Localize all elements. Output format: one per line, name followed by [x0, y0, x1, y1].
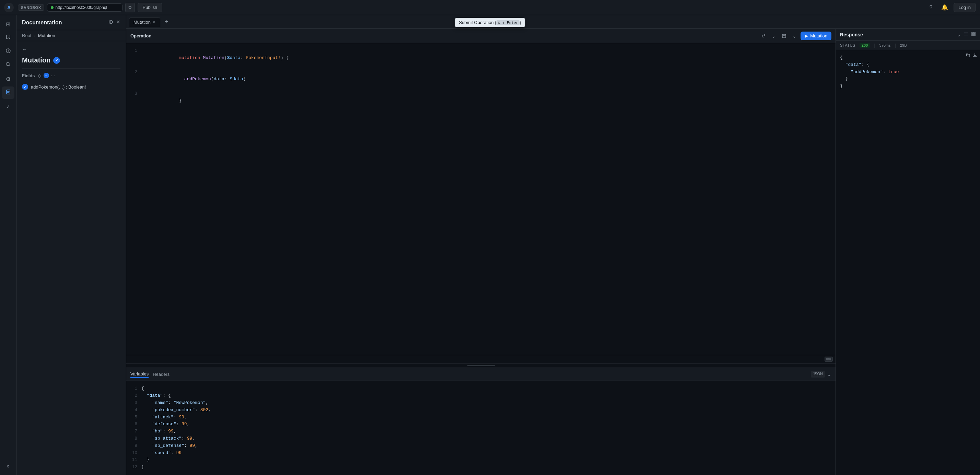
chevron-left-icon: »	[6, 463, 10, 469]
response-action-buttons	[966, 53, 977, 59]
settings-gear-button[interactable]: ⚙	[125, 3, 135, 12]
main-layout: ⊞ ⚙	[0, 15, 980, 475]
variables-pane: Variables Headers JSON ⌄ 1 { 2	[126, 368, 835, 475]
save-chevron-button[interactable]: ⌄	[790, 32, 799, 40]
app-logo: A	[4, 3, 14, 12]
resp-line-2: "data": {	[840, 61, 976, 69]
line-content-2: addPokemon(data: $data)	[142, 69, 830, 90]
status-code: 200	[859, 43, 870, 48]
operation-pane: Operation ⌄	[126, 29, 836, 475]
variables-tab[interactable]: Variables	[130, 371, 149, 378]
operation-pane-header: Operation ⌄	[126, 29, 835, 43]
resp-line-4: }	[840, 75, 976, 83]
response-grid-view-button[interactable]	[971, 32, 976, 37]
field-text[interactable]: addPokemon(…) : Boolean!	[31, 84, 86, 89]
var-line-8: 8 "sp_attack": 99,	[132, 435, 830, 442]
publish-button[interactable]: Publish	[138, 3, 163, 12]
breadcrumb-root[interactable]: Root	[22, 33, 31, 38]
run-label: Mutation	[810, 33, 827, 38]
sidebar-grid-button[interactable]: ⊞	[2, 18, 14, 30]
breadcrumb-separator: ›	[34, 33, 35, 37]
response-title: Response	[840, 32, 863, 37]
line-content-3: }	[142, 90, 830, 112]
variables-code-editor[interactable]: 1 { 2 "data": { 3 "name": "NewPokemon",	[126, 381, 835, 475]
sidebar-bookmark-button[interactable]	[2, 32, 14, 44]
sidebar-doc-button[interactable]	[2, 86, 14, 99]
breadcrumb-current: Mutation	[38, 33, 55, 38]
scroll-thumb[interactable]	[467, 365, 495, 366]
response-copy-button[interactable]	[966, 53, 970, 59]
doc-divider	[22, 68, 121, 69]
svg-rect-2	[6, 90, 10, 94]
mutation-verified-badge: ✓	[53, 57, 60, 64]
chevron-down-icon-button[interactable]: ⌄	[770, 32, 778, 40]
field-check-badge: ✓	[22, 84, 28, 90]
share-icon-button[interactable]	[759, 32, 768, 40]
headers-tab[interactable]: Headers	[153, 371, 170, 378]
operation-code-editor[interactable]: 1 mutation Mutation($data: PokemonInput!…	[126, 43, 835, 355]
doc-mutation-title: Mutation ✓	[22, 56, 121, 64]
fields-diamond-icon[interactable]: ◇	[38, 73, 41, 78]
sandbox-badge: SANDBOX	[18, 5, 44, 11]
response-chevron-down-button[interactable]: ⌄	[957, 32, 961, 37]
svg-rect-6	[974, 32, 975, 33]
variables-actions: JSON ⌄	[811, 371, 831, 378]
code-line-2: 2 addPokemon(data: $data)	[132, 69, 830, 90]
sidebar-history-button[interactable]	[2, 45, 14, 57]
keyboard-hint: ⌨	[126, 355, 835, 363]
search-icon	[5, 62, 11, 69]
collapse-variables-button[interactable]: ⌄	[827, 371, 831, 378]
response-code: { "data": { "addPokemon": true }	[840, 54, 976, 90]
var-line-6: 6 "defense": 99,	[132, 421, 830, 428]
fields-check-icon[interactable]: ✓	[44, 73, 49, 78]
sidebar-settings-button[interactable]: ⚙	[2, 73, 14, 85]
tab-mutation[interactable]: Mutation ✕	[129, 17, 160, 27]
fields-header: Fields ◇ ✓ ···	[22, 73, 121, 78]
icon-sidebar: ⊞ ⚙	[0, 15, 16, 475]
login-button[interactable]: Log in	[954, 3, 976, 12]
var-line-7: 7 "hp": 99,	[132, 428, 830, 435]
scroll-indicator	[126, 363, 835, 368]
fields-title: Fields	[22, 73, 35, 78]
editor-area: Mutation ✕ + Operation ⌄	[126, 15, 980, 475]
help-icon-button[interactable]: ?	[926, 3, 936, 12]
doc-back-button[interactable]: ←	[22, 47, 27, 52]
doc-icon	[5, 89, 11, 96]
svg-rect-8	[974, 34, 975, 36]
response-panel: Response ⌄	[836, 29, 980, 475]
doc-panel-close-icon[interactable]: ✕	[116, 19, 121, 26]
url-bar[interactable]: http://localhost:3000/graphql	[47, 3, 123, 12]
keyboard-icon: ⌨	[824, 357, 833, 362]
line-num-1: 1	[132, 47, 137, 69]
var-line-4: 4 "pokedex_number": 802,	[132, 407, 830, 414]
var-line-3: 3 "name": "NewPokemon",	[132, 400, 830, 407]
tab-add-button[interactable]: +	[162, 17, 171, 27]
run-mutation-button[interactable]: ▶ Mutation	[800, 32, 831, 40]
editor-content: Operation ⌄	[126, 29, 980, 475]
sidebar-search-button[interactable]	[2, 59, 14, 72]
notification-icon-button[interactable]: 🔔	[940, 3, 950, 12]
doc-back-row: ←	[22, 47, 121, 52]
line-content-1: mutation Mutation($data: PokemonInput!) …	[142, 47, 830, 69]
sidebar-collapse-button[interactable]: »	[2, 460, 14, 472]
sidebar-bottom: »	[2, 460, 14, 472]
fields-more-icon[interactable]: ···	[51, 73, 55, 78]
save-icon-button[interactable]	[780, 32, 788, 40]
json-label: JSON	[811, 371, 825, 378]
tab-close-icon[interactable]: ✕	[153, 20, 156, 24]
mutation-title-text: Mutation	[22, 56, 51, 64]
fields-actions: ◇ ✓ ···	[38, 73, 55, 78]
line-num-3: 3	[132, 90, 137, 112]
response-list-view-button[interactable]	[964, 32, 968, 37]
code-line-3: 3 }	[132, 90, 830, 112]
sidebar-check-button[interactable]: ✓	[2, 100, 14, 113]
operation-pane-title: Operation	[130, 33, 757, 38]
doc-panel-icon-1[interactable]	[108, 19, 114, 26]
connection-status-dot	[51, 6, 54, 9]
settings-icon: ⚙	[6, 76, 11, 82]
var-line-11: 11 }	[132, 456, 830, 464]
history-icon	[5, 48, 11, 55]
var-line-12: 12 }	[132, 464, 830, 471]
response-header-icons: ⌄	[957, 32, 976, 37]
response-download-button[interactable]	[972, 53, 977, 59]
